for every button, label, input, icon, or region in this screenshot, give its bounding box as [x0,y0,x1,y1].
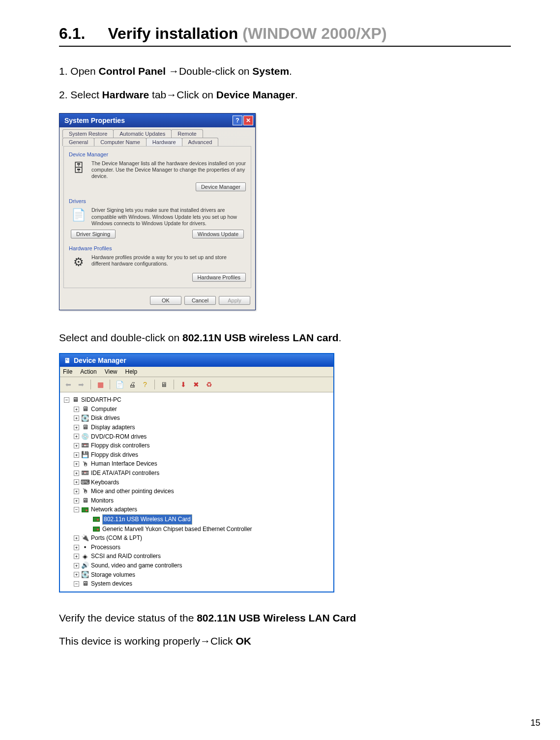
tree-node[interactable]: −🖥System devices [74,579,331,589]
expand-icon[interactable]: + [74,425,79,430]
close-button[interactable]: ✕ [243,116,253,125]
expand-icon[interactable]: + [74,545,79,550]
arrow-icon: → [166,89,177,100]
bold-ok: OK [236,635,251,647]
tree-node[interactable]: +📼Floppy disk controllers [74,441,331,450]
tab-hardware[interactable]: Hardware [146,138,182,146]
expand-icon[interactable]: + [74,407,79,412]
toolbar-scan-icon[interactable]: 🖥 [159,379,170,390]
t: Click [210,635,236,647]
nic-icon [92,525,100,533]
t: Verify the device status of the [59,612,197,623]
tree-node[interactable]: +💽Disk drives [74,414,331,423]
tree-node-label: Storage volumes [91,570,135,580]
tree-node[interactable]: +📼IDE ATA/ATAPI controllers [74,469,331,478]
help-button[interactable]: ? [233,116,242,125]
expand-icon[interactable]: + [74,572,79,577]
windows-update-button[interactable]: Windows Update [192,230,244,238]
tab-automatic-updates[interactable]: Automatic Updates [113,129,172,138]
tab-system-restore[interactable]: System Restore [62,129,114,138]
device-icon: 🖱 [81,487,89,495]
tree-node[interactable]: +◈SCSI and RAID controllers [74,552,331,561]
expand-icon[interactable]: + [74,535,79,541]
bold-device-manager: Device Manager [216,89,295,100]
tab-remote[interactable]: Remote [171,129,203,138]
tree-node-label: Computer [91,405,117,414]
select-double-click-text: Select and double-click on 802.11N USB w… [59,330,511,346]
t: Select [70,89,102,100]
expand-icon[interactable]: + [74,471,79,476]
tree-leaf-label: Generic Marvell Yukon Chipset based Ethe… [102,525,252,534]
device-icon: 🖥 [81,405,89,413]
menu-action[interactable]: Action [80,368,96,375]
tree-node-label: Human Interface Devices [91,459,157,469]
expand-icon[interactable]: + [74,434,79,439]
expand-icon[interactable]: + [74,452,79,458]
tree-leaf[interactable]: Generic Marvell Yukon Chipset based Ethe… [92,525,331,534]
device-icon: 🔊 [81,562,89,569]
tree-node[interactable]: +🖱Human Interface Devices [74,459,331,469]
tree-node[interactable]: +💽Storage volumes [74,570,331,580]
tab-general[interactable]: General [62,138,94,146]
tree-node[interactable]: +⌨Keyboards [74,478,331,487]
tab-advanced[interactable]: Advanced [182,138,219,146]
toolbar-print-icon[interactable]: 🖨 [127,379,138,390]
collapse-icon[interactable]: − [64,397,69,403]
tree-node[interactable]: +🖱Mice and other pointing devices [74,487,331,496]
device-icon: ▪ [81,543,89,551]
tree-node[interactable]: +🔊Sound, video and game controllers [74,561,331,570]
tree-node[interactable]: +💿DVD/CD-ROM drives [74,432,331,442]
expand-icon[interactable]: + [74,489,79,494]
expand-icon[interactable]: + [74,479,79,485]
device-manager-button[interactable]: Device Manager [196,182,246,191]
menu-file[interactable]: File [63,368,72,375]
toolbar-update-icon[interactable]: ♻ [204,379,214,390]
apply-button[interactable]: Apply [219,296,250,305]
menu-help[interactable]: Help [125,368,138,375]
collapse-icon[interactable]: − [74,581,79,587]
toolbar-properties-icon[interactable]: 📄 [114,379,125,390]
tree-node-label: Sound, video and game controllers [91,561,182,570]
menu-view[interactable]: View [105,368,118,375]
group-title: Drivers [69,198,246,204]
tree-root[interactable]: − 🖥 SIDDARTH-PC [64,395,331,405]
bold-hardware: Hardware [102,89,152,100]
tab-row-1: System Restore Automatic Updates Remote [59,127,255,138]
section-title-main: Verify installation [108,25,238,42]
driver-signing-button[interactable]: Driver Signing [71,230,116,238]
tree-node[interactable]: +🔌Ports (COM & LPT) [74,533,331,543]
cancel-button[interactable]: Cancel [184,296,216,305]
tree-node-label: DVD/CD-ROM drives [91,432,147,442]
dialog-titlebar[interactable]: System Properties ? ✕ [59,114,255,127]
tab-computer-name[interactable]: Computer Name [94,138,147,146]
section-number: 6.1. [59,25,85,42]
expand-icon[interactable]: + [74,461,79,467]
device-icon: 📼 [81,442,89,450]
tree-leaf[interactable]: 802.11n USB Wireless LAN Card [92,514,331,525]
toolbar-uninstall-icon[interactable]: ✖ [191,379,202,390]
expand-icon[interactable]: + [74,415,79,421]
tree-node[interactable]: +🖥Monitors [74,496,331,505]
root-label: SIDDARTH-PC [81,395,121,405]
expand-icon[interactable]: + [74,443,79,448]
ok-button[interactable]: OK [150,296,181,305]
hardware-profiles-button[interactable]: Hardware Profiles [192,273,246,282]
expand-icon[interactable]: + [74,554,79,559]
toolbar-forward-icon[interactable]: ➡ [76,379,87,390]
tree-node[interactable]: +▪Processors [74,543,331,552]
tree-node[interactable]: −Network adapters [74,505,331,514]
expand-icon[interactable]: + [74,498,79,503]
expand-icon[interactable]: + [74,563,79,568]
toolbar-help-icon[interactable]: ? [140,379,150,390]
tree-node[interactable]: +🖥Computer [74,405,331,414]
group-title: Hardware Profiles [69,245,246,251]
toolbar-tree-icon[interactable]: ▦ [95,379,106,390]
toolbar-back-icon[interactable]: ⬅ [63,379,74,390]
collapse-icon[interactable]: − [74,507,79,512]
step-1: 1. Open Control Panel →Double-click on S… [59,63,511,79]
tree-node-label: Processors [91,543,120,552]
tree-node[interactable]: +🖥Display adapters [74,423,331,432]
devmgr-titlebar[interactable]: 🖥 Device Manager [60,354,333,367]
toolbar-enable-icon[interactable]: ⬇ [178,379,189,390]
tree-node[interactable]: +💾Floppy disk drives [74,450,331,460]
